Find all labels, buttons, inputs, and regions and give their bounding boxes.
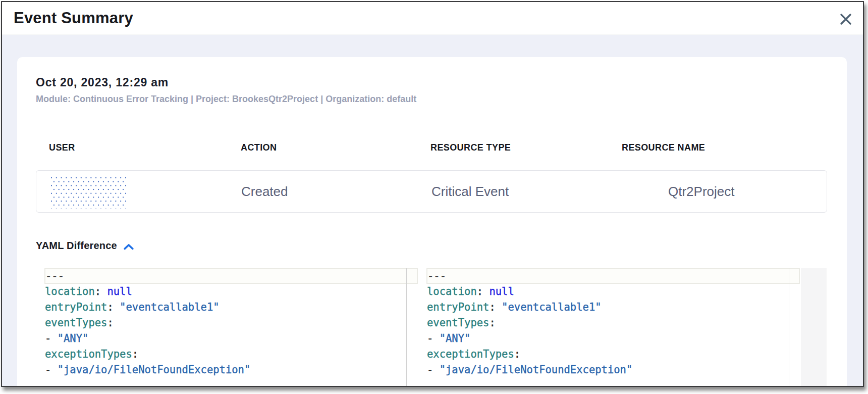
yaml-diff-viewer: --- location: nullentryPoint: "eventcall… [44,268,847,386]
yaml-code-line: - "java/io/FileNotFoundException" [44,362,418,378]
modal-header: Event Summary [2,2,863,34]
yaml-code-line: exceptionTypes: [426,347,800,362]
yaml-code-line: location: null [44,284,418,300]
yaml-code-line: entryPoint: "eventcallable1" [44,300,418,315]
yaml-token-key: location [45,285,95,298]
event-timestamp: Oct 20, 2023, 12:29 am [36,76,169,89]
right-pane-gutter-line [789,268,789,386]
yaml-code-line: - "ANY" [44,331,418,347]
resource-type-cell: Critical Event [418,184,609,200]
event-summary-modal: Event Summary Oct 20, 2023, 12:29 am Mod… [1,1,864,387]
table-row: Created Critical Event Qtr2Project [36,170,827,213]
yaml-token-str: "java/io/FileNotFoundException" [440,364,633,376]
yaml-token-plain: : [489,317,495,329]
yaml-code-line: - "java/io/FileNotFoundException" [426,362,800,378]
yaml-token-key: eventTypes [427,317,489,329]
yaml-token-key: exceptionTypes [427,348,514,360]
yaml-token-key: eventTypes [45,317,107,329]
yaml-token-plain: : [489,301,502,313]
yaml-code-line: eventTypes: [44,315,418,331]
close-button[interactable] [839,13,852,26]
event-card: Oct 20, 2023, 12:29 am Module: Continuou… [17,57,847,386]
yaml-token-str: "java/io/FileNotFoundException" [58,364,251,376]
yaml-token-plain: : [132,348,138,360]
yaml-token-plain: : [107,301,120,313]
yaml-code-line: location: null [426,284,800,300]
yaml-token-key: exceptionTypes [45,348,132,360]
modal-body: Oct 20, 2023, 12:29 am Module: Continuou… [2,35,863,386]
yaml-token-key: entryPoint [427,301,489,313]
table-header-row: USER ACTION RESOURCE TYPE RESOURCE NAME [36,142,827,153]
action-cell: Created [228,184,418,200]
close-icon [839,13,852,26]
col-header-user: USER [36,142,228,153]
left-pane-gutter-line [406,268,407,386]
yaml-token-str: "eventcallable1" [120,301,219,313]
yaml-token-key: entryPoint [45,301,107,313]
yaml-token-plain: : [514,348,520,360]
yaml-token-plain: - [45,332,58,344]
yaml-code-line: exceptionTypes: [44,347,418,362]
yaml-token-plain: : [107,317,113,329]
diff-pane-left: --- location: nullentryPoint: "eventcall… [44,268,418,386]
chevron-up-icon[interactable] [124,243,134,250]
diff-pane-right: --- location: nullentryPoint: "eventcall… [426,268,800,386]
redacted-user-pattern [51,177,127,209]
yaml-code-line: - "ANY" [426,331,800,347]
col-header-action: ACTION [228,142,417,153]
yaml-token-plain: : [95,285,107,298]
col-header-resource-type: RESOURCE TYPE [417,142,609,153]
yaml-code-line: eventTypes: [426,315,800,331]
yaml-token-str: "eventcallable1" [502,301,601,313]
yaml-doc-start-left: --- [44,268,418,284]
yaml-token-plain: - [45,364,58,376]
yaml-difference-title: YAML Difference [36,240,117,252]
yaml-code-left: location: nullentryPoint: "eventcallable… [44,284,418,378]
yaml-token-key: location [427,285,477,298]
event-meta: Module: Continuous Error Tracking | Proj… [36,93,416,105]
yaml-token-str: "ANY" [58,332,89,344]
user-cell [36,175,228,209]
yaml-code-line: entryPoint: "eventcallable1" [426,300,800,315]
yaml-token-null: null [489,285,514,298]
yaml-token-plain: - [427,332,440,344]
resource-name-cell: Qtr2Project [609,184,828,200]
yaml-doc-start-right: --- [426,268,800,284]
yaml-token-plain: : [477,285,490,298]
yaml-difference-header: YAML Difference [36,240,134,252]
modal-title: Event Summary [14,8,133,28]
yaml-code-right: location: nullentryPoint: "eventcallable… [426,284,800,378]
yaml-token-plain: - [427,364,440,376]
yaml-token-str: "ANY" [440,332,471,344]
diff-scrollbar-track[interactable] [801,268,827,386]
yaml-token-null: null [107,285,132,298]
col-header-resource-name: RESOURCE NAME [609,142,827,153]
